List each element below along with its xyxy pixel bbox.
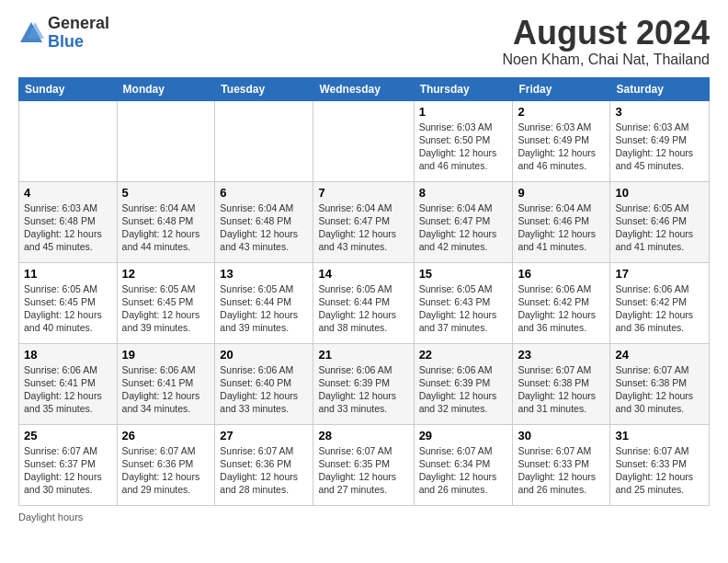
title-section: August 2024 Noen Kham, Chai Nat, Thailan…	[502, 15, 710, 68]
col-wednesday: Wednesday	[313, 77, 414, 100]
calendar-cell: 17Sunrise: 6:06 AM Sunset: 6:42 PM Dayli…	[610, 262, 710, 343]
day-detail: Sunrise: 6:04 AM Sunset: 6:47 PM Dayligh…	[318, 201, 408, 254]
logo: General Blue	[18, 15, 109, 52]
day-detail: Sunrise: 6:07 AM Sunset: 6:34 PM Dayligh…	[419, 444, 508, 497]
day-number: 29	[419, 429, 508, 442]
day-number: 17	[615, 267, 704, 281]
day-number: 26	[122, 429, 210, 442]
calendar-cell: 22Sunrise: 6:06 AM Sunset: 6:39 PM Dayli…	[414, 343, 513, 424]
calendar-cell: 4Sunrise: 6:03 AM Sunset: 6:48 PM Daylig…	[19, 181, 118, 262]
day-detail: Sunrise: 6:06 AM Sunset: 6:39 PM Dayligh…	[419, 363, 508, 416]
day-number: 16	[518, 267, 605, 281]
day-number: 27	[220, 429, 308, 442]
day-detail: Sunrise: 6:06 AM Sunset: 6:41 PM Dayligh…	[24, 363, 112, 416]
day-number: 5	[122, 186, 210, 200]
day-detail: Sunrise: 6:04 AM Sunset: 6:47 PM Dayligh…	[419, 201, 508, 254]
day-number: 2	[518, 105, 605, 119]
day-detail: Sunrise: 6:05 AM Sunset: 6:45 PM Dayligh…	[122, 282, 210, 335]
calendar-cell: 1Sunrise: 6:03 AM Sunset: 6:50 PM Daylig…	[414, 100, 513, 181]
calendar-cell: 6Sunrise: 6:04 AM Sunset: 6:48 PM Daylig…	[215, 181, 313, 262]
calendar-cell: 2Sunrise: 6:03 AM Sunset: 6:49 PM Daylig…	[513, 100, 610, 181]
day-detail: Sunrise: 6:06 AM Sunset: 6:40 PM Dayligh…	[220, 363, 308, 416]
day-number: 28	[318, 429, 408, 442]
calendar-cell: 31Sunrise: 6:07 AM Sunset: 6:33 PM Dayli…	[610, 424, 710, 505]
calendar-cell: 3Sunrise: 6:03 AM Sunset: 6:49 PM Daylig…	[610, 100, 710, 181]
calendar-cell: 18Sunrise: 6:06 AM Sunset: 6:41 PM Dayli…	[19, 343, 118, 424]
col-thursday: Thursday	[414, 77, 513, 100]
calendar-cell: 28Sunrise: 6:07 AM Sunset: 6:35 PM Dayli…	[313, 424, 414, 505]
day-number: 3	[615, 105, 704, 119]
day-detail: Sunrise: 6:07 AM Sunset: 6:37 PM Dayligh…	[24, 444, 112, 497]
day-detail: Sunrise: 6:07 AM Sunset: 6:38 PM Dayligh…	[615, 363, 704, 416]
col-tuesday: Tuesday	[215, 77, 313, 100]
calendar-cell	[117, 100, 215, 181]
day-detail: Sunrise: 6:03 AM Sunset: 6:49 PM Dayligh…	[615, 121, 704, 173]
day-number: 9	[518, 186, 605, 200]
col-friday: Friday	[513, 77, 610, 100]
day-detail: Sunrise: 6:05 AM Sunset: 6:44 PM Dayligh…	[318, 282, 408, 335]
day-detail: Sunrise: 6:06 AM Sunset: 6:42 PM Dayligh…	[518, 282, 605, 335]
calendar-cell: 16Sunrise: 6:06 AM Sunset: 6:42 PM Dayli…	[513, 262, 610, 343]
day-number: 18	[24, 348, 112, 362]
day-number: 12	[122, 267, 210, 281]
month-title: August 2024	[502, 15, 710, 52]
calendar-cell: 30Sunrise: 6:07 AM Sunset: 6:33 PM Dayli…	[513, 424, 610, 505]
calendar-table: Sunday Monday Tuesday Wednesday Thursday…	[18, 77, 710, 506]
day-number: 6	[220, 186, 308, 200]
day-number: 31	[615, 429, 704, 442]
day-detail: Sunrise: 6:03 AM Sunset: 6:49 PM Dayligh…	[518, 121, 605, 173]
day-detail: Sunrise: 6:04 AM Sunset: 6:48 PM Dayligh…	[122, 201, 210, 254]
calendar-cell: 19Sunrise: 6:06 AM Sunset: 6:41 PM Dayli…	[117, 343, 215, 424]
calendar-cell: 10Sunrise: 6:05 AM Sunset: 6:46 PM Dayli…	[610, 181, 710, 262]
day-detail: Sunrise: 6:03 AM Sunset: 6:48 PM Dayligh…	[24, 201, 112, 254]
calendar-cell: 8Sunrise: 6:04 AM Sunset: 6:47 PM Daylig…	[414, 181, 513, 262]
footer-label: Daylight hours	[18, 511, 710, 523]
day-number: 22	[419, 348, 508, 362]
day-number: 4	[24, 186, 112, 200]
day-number: 23	[518, 348, 605, 362]
calendar-cell: 7Sunrise: 6:04 AM Sunset: 6:47 PM Daylig…	[313, 181, 414, 262]
header-row: Sunday Monday Tuesday Wednesday Thursday…	[19, 77, 710, 100]
calendar-cell: 15Sunrise: 6:05 AM Sunset: 6:43 PM Dayli…	[414, 262, 513, 343]
day-detail: Sunrise: 6:06 AM Sunset: 6:42 PM Dayligh…	[615, 282, 704, 335]
location-label: Noen Kham, Chai Nat, Thailand	[502, 52, 710, 68]
calendar-cell: 24Sunrise: 6:07 AM Sunset: 6:38 PM Dayli…	[610, 343, 710, 424]
calendar-cell: 14Sunrise: 6:05 AM Sunset: 6:44 PM Dayli…	[313, 262, 414, 343]
logo-icon	[18, 20, 44, 46]
calendar-cell: 29Sunrise: 6:07 AM Sunset: 6:34 PM Dayli…	[414, 424, 513, 505]
day-detail: Sunrise: 6:04 AM Sunset: 6:46 PM Dayligh…	[518, 201, 605, 254]
day-number: 14	[318, 267, 408, 281]
day-number: 19	[122, 348, 210, 362]
logo-blue-label: Blue	[48, 33, 109, 52]
header: General Blue August 2024 Noen Kham, Chai…	[18, 15, 710, 68]
day-detail: Sunrise: 6:07 AM Sunset: 6:33 PM Dayligh…	[615, 444, 704, 497]
calendar-cell: 20Sunrise: 6:06 AM Sunset: 6:40 PM Dayli…	[215, 343, 313, 424]
day-detail: Sunrise: 6:06 AM Sunset: 6:41 PM Dayligh…	[122, 363, 210, 416]
calendar-cell	[19, 100, 118, 181]
day-detail: Sunrise: 6:07 AM Sunset: 6:35 PM Dayligh…	[318, 444, 408, 497]
calendar-cell: 25Sunrise: 6:07 AM Sunset: 6:37 PM Dayli…	[19, 424, 118, 505]
page: General Blue August 2024 Noen Kham, Chai…	[0, 0, 728, 532]
day-number: 1	[419, 105, 508, 119]
calendar-week-4: 18Sunrise: 6:06 AM Sunset: 6:41 PM Dayli…	[19, 343, 710, 424]
calendar-week-2: 4Sunrise: 6:03 AM Sunset: 6:48 PM Daylig…	[19, 181, 710, 262]
calendar-cell	[215, 100, 313, 181]
day-number: 15	[419, 267, 508, 281]
calendar-cell: 11Sunrise: 6:05 AM Sunset: 6:45 PM Dayli…	[19, 262, 118, 343]
calendar-cell: 26Sunrise: 6:07 AM Sunset: 6:36 PM Dayli…	[117, 424, 215, 505]
day-detail: Sunrise: 6:07 AM Sunset: 6:36 PM Dayligh…	[122, 444, 210, 497]
calendar-cell: 21Sunrise: 6:06 AM Sunset: 6:39 PM Dayli…	[313, 343, 414, 424]
calendar-cell: 13Sunrise: 6:05 AM Sunset: 6:44 PM Dayli…	[215, 262, 313, 343]
day-number: 7	[318, 186, 408, 200]
calendar-cell: 23Sunrise: 6:07 AM Sunset: 6:38 PM Dayli…	[513, 343, 610, 424]
day-number: 13	[220, 267, 308, 281]
logo-general-label: General	[48, 15, 109, 33]
day-detail: Sunrise: 6:05 AM Sunset: 6:44 PM Dayligh…	[220, 282, 308, 335]
day-detail: Sunrise: 6:05 AM Sunset: 6:43 PM Dayligh…	[419, 282, 508, 335]
logo-text: General Blue	[48, 15, 109, 52]
day-detail: Sunrise: 6:05 AM Sunset: 6:46 PM Dayligh…	[615, 201, 704, 254]
calendar-cell	[313, 100, 414, 181]
day-number: 20	[220, 348, 308, 362]
calendar-cell: 12Sunrise: 6:05 AM Sunset: 6:45 PM Dayli…	[117, 262, 215, 343]
day-detail: Sunrise: 6:07 AM Sunset: 6:33 PM Dayligh…	[518, 444, 605, 497]
